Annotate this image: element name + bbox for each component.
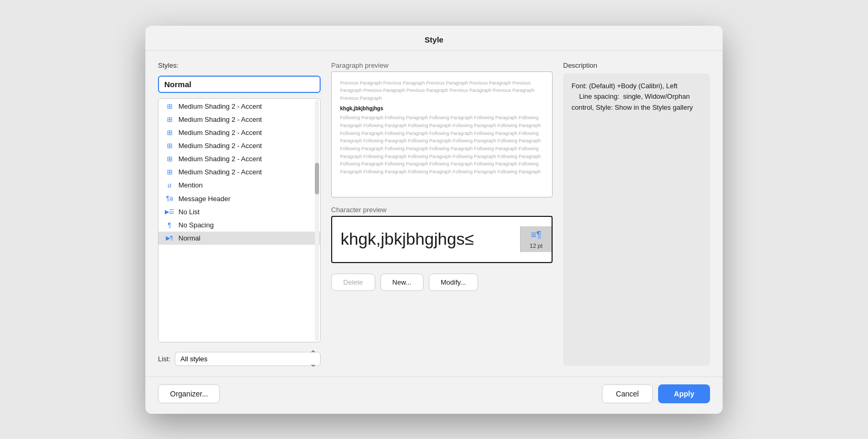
style-name-input[interactable] <box>158 76 321 93</box>
paragraph-preview-label: Paragraph preview <box>331 61 553 69</box>
list-icon: ▶☰ <box>165 208 174 215</box>
styles-list[interactable]: ⊞ Medium Shading 2 - Accent ⊞ Medium Sha… <box>158 98 321 342</box>
paragraph-preview-section: Paragraph preview Previous Paragraph Pre… <box>331 61 553 197</box>
lines-icon: ≡¶ <box>531 229 541 241</box>
style-item-ms2a-6[interactable]: ⊞ Medium Shading 2 - Accent <box>158 165 320 179</box>
style-item-label: Medium Shading 2 - Accent <box>178 155 262 163</box>
table-icon: ⊞ <box>165 142 174 150</box>
styles-label: Styles: <box>158 61 321 69</box>
description-label: Description <box>563 61 710 69</box>
list-label: List: <box>158 355 171 363</box>
style-item-label: Message Header <box>178 195 230 203</box>
table-icon: ⊞ <box>165 168 174 176</box>
scrollbar-thumb[interactable] <box>315 163 319 194</box>
modify-button[interactable]: Modify... <box>429 274 478 291</box>
style-item-label: Normal <box>178 234 200 242</box>
a-icon: a <box>165 181 174 190</box>
style-dialog: Style Styles: ⊞ Medium Shading 2 - Accen… <box>145 26 723 414</box>
style-item-ms2a-5[interactable]: ⊞ Medium Shading 2 - Accent <box>158 152 320 165</box>
style-item-message-header[interactable]: ¶a Message Header <box>158 192 320 205</box>
para-icon: ¶ <box>165 221 174 229</box>
dialog-body: Styles: ⊞ Medium Shading 2 - Accent ⊞ Me… <box>145 51 723 377</box>
action-buttons: Delete New... Modify... <box>331 274 553 291</box>
style-item-normal[interactable]: ▶¶ Normal <box>158 232 320 245</box>
list-row: List: All styles Styles in use Recommend… <box>158 352 321 366</box>
dialog-footer: Organizer... Cancel Apply <box>145 377 723 414</box>
delete-button[interactable]: Delete <box>331 274 375 291</box>
footer-right: Cancel Apply <box>602 384 710 403</box>
para-follow-text: Following Paragraph Following Paragraph … <box>340 115 541 174</box>
middle-panel: Paragraph preview Previous Paragraph Pre… <box>331 61 553 366</box>
style-item-ms2a-4[interactable]: ⊞ Medium Shading 2 - Accent <box>158 139 320 152</box>
char-pt-label: 12 pt <box>530 243 542 249</box>
dialog-titlebar: Style <box>145 26 723 51</box>
style-item-label: Medium Shading 2 - Accent <box>178 129 262 137</box>
apply-button[interactable]: Apply <box>658 384 710 403</box>
styles-panel: Styles: ⊞ Medium Shading 2 - Accent ⊞ Me… <box>158 61 321 366</box>
character-preview-label: Character preview <box>331 206 553 214</box>
style-item-label: Medium Shading 2 - Accent <box>178 102 262 110</box>
style-item-label: Medium Shading 2 - Accent <box>178 116 262 123</box>
description-text: Font: (Default) +Body (Calibri), Left Li… <box>571 82 693 112</box>
style-item-ms2a-2[interactable]: ⊞ Medium Shading 2 - Accent <box>158 113 320 126</box>
list-select[interactable]: All styles Styles in use Recommended <box>175 352 321 366</box>
style-item-label: Medium Shading 2 - Accent <box>178 142 262 150</box>
char-preview-controls: ≡¶ 12 pt <box>520 226 552 252</box>
description-panel: Description Font: (Default) +Body (Calib… <box>563 61 710 366</box>
style-item-mention[interactable]: a Mention <box>158 179 320 192</box>
new-button[interactable]: New... <box>380 274 424 291</box>
cancel-button[interactable]: Cancel <box>602 384 653 403</box>
table-icon: ⊞ <box>165 116 174 123</box>
style-item-label: No Spacing <box>178 221 214 229</box>
scrollbar-track[interactable] <box>315 100 319 341</box>
character-preview-section: Character preview khgk,jbkjbhgjhgs≤ ≡¶ 1… <box>331 206 553 263</box>
dialog-title: Style <box>156 35 712 44</box>
para-prev-text: Previous Paragraph Previous Paragraph Pr… <box>340 80 534 101</box>
para-arrow-icon: ▶¶ <box>165 235 174 242</box>
style-item-label: No List <box>178 208 199 216</box>
paragraph-preview-box: Previous Paragraph Previous Paragraph Pr… <box>331 71 553 197</box>
para-bold-line: khgk,jbkjbhgjhgs <box>340 104 544 113</box>
style-item-no-list[interactable]: ▶☰ No List <box>158 205 320 218</box>
styles-list-inner: ⊞ Medium Shading 2 - Accent ⊞ Medium Sha… <box>158 99 320 246</box>
character-preview-box: khgk,jbkjbhgjhgs≤ ≡¶ 12 pt <box>331 216 553 263</box>
para-a-icon: ¶a <box>165 195 174 202</box>
description-box: Font: (Default) +Body (Calibri), Left Li… <box>563 74 710 366</box>
table-icon: ⊞ <box>165 155 174 163</box>
style-item-label: Medium Shading 2 - Accent <box>178 168 262 176</box>
list-select-wrapper: All styles Styles in use Recommended ⌃ ⌄ <box>175 352 321 366</box>
table-icon: ⊞ <box>165 129 174 137</box>
style-item-label: Mention <box>178 181 203 189</box>
table-icon: ⊞ <box>165 102 174 110</box>
organizer-button[interactable]: Organizer... <box>158 384 220 403</box>
style-item-ms2a-1[interactable]: ⊞ Medium Shading 2 - Accent <box>158 100 320 113</box>
style-item-no-spacing[interactable]: ¶ No Spacing <box>158 218 320 232</box>
footer-left: Organizer... <box>158 384 220 403</box>
char-preview-text: khgk,jbkjbhgjhgs≤ <box>332 224 520 254</box>
style-item-ms2a-3[interactable]: ⊞ Medium Shading 2 - Accent <box>158 126 320 139</box>
